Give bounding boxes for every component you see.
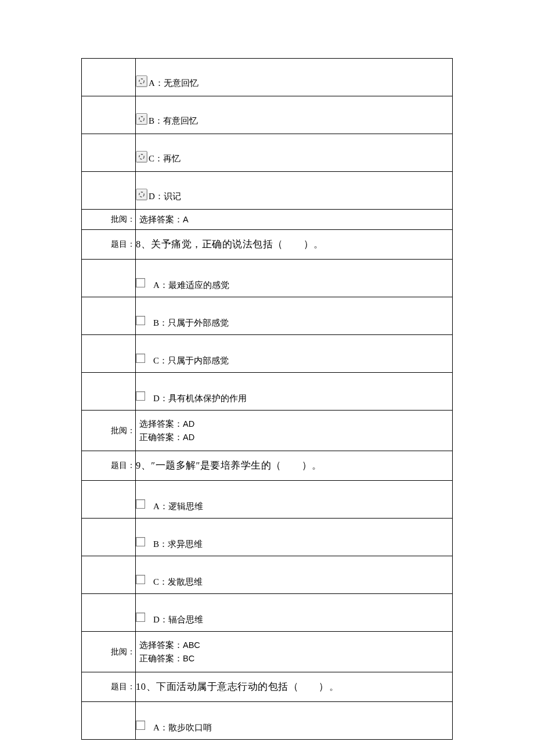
option-cell: B：只属于外部感觉 xyxy=(136,297,453,335)
option-cell: A：逻辑思维 xyxy=(136,481,453,519)
row-label-empty xyxy=(82,134,136,172)
answer-cell: 选择答案：A xyxy=(136,210,453,230)
option-label: D：识记 xyxy=(149,191,181,202)
option-label: D：辐合思维 xyxy=(153,614,203,625)
option-label: B：有意回忆 xyxy=(149,116,198,127)
answer-cell: 选择答案：AD正确答案：AD xyxy=(136,411,453,451)
option-label: B：只属于外部感觉 xyxy=(153,318,229,329)
radio-icon[interactable] xyxy=(136,75,147,87)
row-label-review: 批阅： xyxy=(82,210,136,230)
row-label-empty xyxy=(82,59,136,96)
row-label-empty xyxy=(82,594,136,632)
checkbox-icon[interactable] xyxy=(136,278,145,287)
checkbox-icon[interactable] xyxy=(136,537,145,546)
question-text: 8、关予痛觉，正确的说法包括（ ）。 xyxy=(136,239,324,250)
row-label-empty xyxy=(82,519,136,556)
option-cell: A：散步吹口哨 xyxy=(136,702,453,740)
question-cell: 10、下面活动属于意志行动的包括（ ）。 xyxy=(136,672,453,702)
row-label-question: 题目： xyxy=(82,451,136,481)
row-label-empty xyxy=(82,172,136,210)
checkbox-icon[interactable] xyxy=(136,354,145,363)
radio-icon[interactable] xyxy=(136,113,147,125)
correct-answer-prefix: 正确答案： xyxy=(139,654,183,663)
option-cell: B：求异思维 xyxy=(136,519,453,556)
row-label-empty xyxy=(82,335,136,373)
option-label: A：散步吹口哨 xyxy=(153,722,212,733)
checkbox-icon[interactable] xyxy=(136,613,145,622)
option-cell: D：辐合思维 xyxy=(136,594,453,632)
option-cell: D：识记 xyxy=(136,172,453,210)
option-label: A：无意回忆 xyxy=(149,78,199,89)
selected-answer-value: A xyxy=(183,215,189,224)
option-label: A：逻辑思维 xyxy=(153,501,203,512)
selected-answer-value: AD xyxy=(183,419,194,429)
question-text: 10、下面活动属于意志行动的包括（ ）。 xyxy=(136,681,339,692)
row-label-empty xyxy=(82,96,136,134)
row-label-question: 题目： xyxy=(82,672,136,702)
correct-answer-prefix: 正确答案： xyxy=(139,433,183,442)
selected-answer-prefix: 选择答案： xyxy=(139,215,183,224)
row-label-empty xyxy=(82,556,136,594)
answer-cell: 选择答案：ABC正确答案：BC xyxy=(136,632,453,672)
option-cell: B：有意回忆 xyxy=(136,96,453,134)
correct-answer-value: BC xyxy=(183,654,194,663)
option-cell: A：最难适应的感觉 xyxy=(136,260,453,297)
row-label-empty xyxy=(82,260,136,297)
row-label-question: 题目： xyxy=(82,230,136,260)
radio-icon[interactable] xyxy=(136,189,147,200)
option-cell: C：只属于内部感觉 xyxy=(136,335,453,373)
svg-point-2 xyxy=(139,154,144,159)
row-label-empty xyxy=(82,702,136,740)
row-label-review: 批阅： xyxy=(82,632,136,672)
exam-table: A：无意回忆B：有意回忆C：再忆D：识记批阅：选择答案：A题目：8、关予痛觉，正… xyxy=(81,58,453,740)
option-cell: C：发散思维 xyxy=(136,556,453,594)
option-label: B：求异思维 xyxy=(153,539,203,550)
option-cell: C：再忆 xyxy=(136,134,453,172)
checkbox-icon[interactable] xyxy=(136,316,145,325)
option-cell: D：具有机体保护的作用 xyxy=(136,373,453,411)
selected-answer-prefix: 选择答案： xyxy=(139,640,183,650)
option-label: A：最难适应的感觉 xyxy=(153,280,229,291)
row-label-empty xyxy=(82,373,136,411)
radio-icon[interactable] xyxy=(136,151,147,163)
row-label-review: 批阅： xyxy=(82,411,136,451)
svg-point-3 xyxy=(139,192,144,197)
question-text: 9、″一题多解″是要培养学生的（ ）。 xyxy=(136,460,322,471)
selected-answer-value: ABC xyxy=(183,640,200,650)
row-label-empty xyxy=(82,481,136,519)
question-cell: 8、关予痛觉，正确的说法包括（ ）。 xyxy=(136,230,453,260)
checkbox-icon[interactable] xyxy=(136,499,145,509)
svg-point-1 xyxy=(139,117,144,121)
option-label: C：只属于内部感觉 xyxy=(153,355,229,366)
option-label: C：发散思维 xyxy=(153,577,203,588)
option-label: D：具有机体保护的作用 xyxy=(153,393,247,404)
checkbox-icon[interactable] xyxy=(136,575,145,584)
option-cell: A：无意回忆 xyxy=(136,59,453,96)
correct-answer-value: AD xyxy=(183,433,194,442)
option-label: C：再忆 xyxy=(149,153,181,164)
question-cell: 9、″一题多解″是要培养学生的（ ）。 xyxy=(136,451,453,481)
svg-point-0 xyxy=(139,79,144,84)
row-label-empty xyxy=(82,297,136,335)
checkbox-icon[interactable] xyxy=(136,391,145,401)
selected-answer-prefix: 选择答案： xyxy=(139,419,183,429)
checkbox-icon[interactable] xyxy=(136,721,145,730)
